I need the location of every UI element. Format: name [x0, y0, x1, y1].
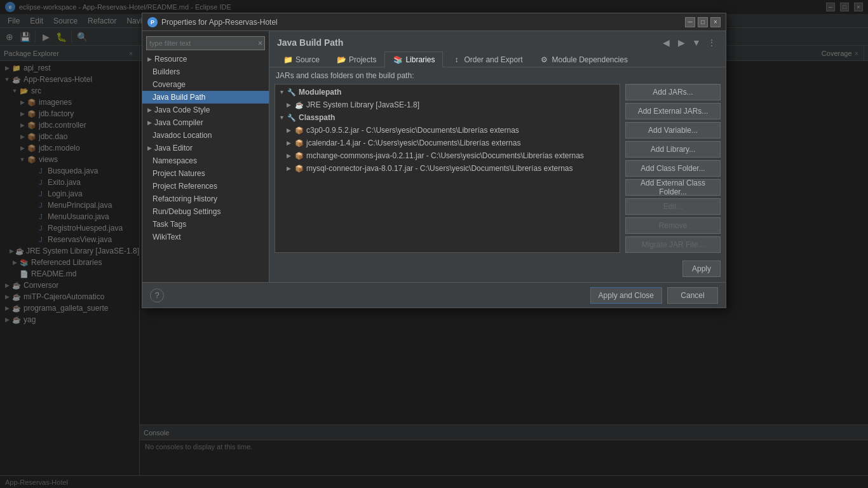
dialog-titlebar: P Properties for App-Reservas-Hotel ─ □ … — [142, 13, 726, 31]
add-class-folder-btn[interactable]: Add Class Folder... — [625, 160, 721, 177]
nav-label-task-tags: Task Tags — [153, 220, 186, 229]
apply-btn[interactable]: Apply — [682, 261, 721, 277]
tab-libraries-icon: 📚 — [393, 55, 403, 65]
dialog-maximize-btn[interactable]: □ — [698, 17, 708, 27]
jcalendar-icon: 📦 — [294, 138, 304, 148]
nav-item-javadoc-location[interactable]: Javadoc Location — [142, 129, 269, 142]
tab-order-export[interactable]: ↕ Order and Export — [443, 51, 531, 67]
dialog-footer: ? Apply and Close Cancel — [142, 282, 726, 308]
nav-label-project-natures: Project Natures — [153, 169, 205, 178]
dialog-close-btn[interactable]: × — [710, 17, 721, 27]
add-variable-btn[interactable]: Add Variable... — [625, 122, 721, 139]
build-tree-jre[interactable]: ▶ ☕ JRE System Library [JavaSE-1.8] — [284, 98, 618, 111]
nav-label-run-debug: Run/Debug Settings — [153, 207, 220, 216]
nav-label-resource: Resource — [154, 55, 187, 64]
nav-arrow-java-editor: ▶ — [147, 145, 152, 151]
tab-projects-label: Projects — [349, 55, 376, 64]
tab-projects[interactable]: 📂 Projects — [328, 51, 384, 67]
nav-item-java-compiler[interactable]: ▶ Java Compiler — [142, 116, 269, 129]
dialog-search[interactable]: × — [146, 36, 265, 50]
nav-more-btn[interactable]: ⋮ — [705, 36, 718, 49]
remove-btn[interactable]: Remove — [625, 217, 721, 234]
c3p0-label: c3p0-0.9.5.2.jar - C:\Users\yesic\Docume… — [306, 126, 519, 135]
dialog-right-content: Java Build Path ◀ ▶ ▼ ⋮ 📁 Source — [269, 31, 726, 282]
dialog-search-input[interactable] — [146, 36, 265, 50]
mysql-label: mysql-connector-java-8.0.17.jar - C:\Use… — [306, 164, 573, 173]
jcalendar-arrow: ▶ — [287, 140, 294, 146]
modulepath-label: Modulepath — [299, 88, 341, 97]
build-path-main: ▼ 🔧 Modulepath ▶ ☕ JRE System Library [J… — [269, 84, 726, 258]
build-tree-mysql[interactable]: ▶ 📦 mysql-connector-java-8.0.17.jar - C:… — [284, 162, 618, 175]
nav-arrow-java-compiler: ▶ — [147, 119, 152, 126]
nav-label-namespaces: Namespaces — [153, 156, 197, 165]
nav-item-refactoring-history[interactable]: Refactoring History — [142, 193, 269, 205]
build-tree-mchange[interactable]: ▶ 📦 mchange-commons-java-0.2.11.jar - C:… — [284, 149, 618, 162]
add-external-class-folder-btn[interactable]: Add External Class Folder... — [625, 179, 721, 196]
dialog-search-clear-icon[interactable]: × — [258, 39, 262, 48]
add-jars-btn[interactable]: Add JARs... — [625, 84, 721, 100]
nav-forward-btn[interactable]: ▶ — [675, 36, 688, 49]
jre-arrow: ▶ — [287, 102, 294, 108]
dialog-icon: P — [147, 17, 158, 27]
nav-label-java-editor: Java Editor — [154, 144, 193, 152]
build-tree-jcalendar[interactable]: ▶ 📦 jcalendar-1.4.jar - C:\Users\yesic\D… — [284, 137, 618, 149]
nav-item-task-tags[interactable]: Task Tags — [142, 218, 269, 231]
build-tree-modulepath[interactable]: ▼ 🔧 Modulepath — [276, 86, 618, 98]
tab-order-label: Order and Export — [464, 55, 522, 64]
dialog-titlebar-controls: ─ □ × — [685, 17, 721, 27]
nav-item-coverage[interactable]: Coverage — [142, 78, 269, 91]
mchange-arrow: ▶ — [287, 152, 294, 159]
nav-label-refactoring-history: Refactoring History — [153, 194, 217, 203]
nav-item-java-code-style[interactable]: ▶ Java Code Style — [142, 104, 269, 116]
nav-item-project-references[interactable]: Project References — [142, 180, 269, 193]
add-library-btn[interactable]: Add Library... — [625, 141, 721, 158]
nav-item-java-editor[interactable]: ▶ Java Editor — [142, 142, 269, 154]
dialog-body: × ▶ Resource Builders Coverage Java Buil… — [142, 31, 726, 282]
nav-item-builders[interactable]: Builders — [142, 65, 269, 78]
modulepath-arrow: ▼ — [279, 89, 287, 95]
nav-label-builders: Builders — [153, 67, 180, 76]
migrate-jar-btn[interactable]: Migrate JAR File... — [625, 236, 721, 253]
nav-item-java-build-path[interactable]: Java Build Path — [142, 91, 269, 104]
nav-item-run-debug[interactable]: Run/Debug Settings — [142, 205, 269, 218]
tab-source[interactable]: 📁 Source — [275, 51, 328, 67]
jcalendar-label: jcalendar-1.4.jar - C:\Users\yesic\Docum… — [306, 139, 520, 147]
dialog-minimize-btn[interactable]: ─ — [685, 17, 695, 27]
dialog-nav: × ▶ Resource Builders Coverage Java Buil… — [142, 31, 269, 282]
nav-item-wikitext[interactable]: WikiText — [142, 231, 269, 243]
mysql-arrow: ▶ — [287, 165, 294, 172]
build-path-info: JARs and class folders on the build path… — [269, 67, 726, 84]
dialog-content-title: Java Build Path — [277, 37, 343, 48]
tab-source-label: Source — [295, 55, 320, 64]
tab-source-icon: 📁 — [283, 55, 293, 65]
c3p0-arrow: ▶ — [287, 127, 294, 133]
build-tree-c3p0[interactable]: ▶ 📦 c3p0-0.9.5.2.jar - C:\Users\yesic\Do… — [284, 124, 618, 137]
build-tree-classpath[interactable]: ▼ 🔧 Classpath — [276, 111, 618, 124]
nav-label-java-compiler: Java Compiler — [154, 118, 203, 127]
edit-btn[interactable]: Edit... — [625, 198, 721, 215]
properties-dialog: P Properties for App-Reservas-Hotel ─ □ … — [142, 13, 726, 308]
cancel-btn[interactable]: Cancel — [667, 287, 718, 304]
nav-back-btn[interactable]: ◀ — [660, 36, 672, 49]
build-tree-panel[interactable]: ▼ 🔧 Modulepath ▶ ☕ JRE System Library [J… — [275, 84, 620, 253]
nav-label-coverage: Coverage — [153, 80, 186, 89]
tab-order-icon: ↕ — [451, 55, 461, 65]
help-icon[interactable]: ? — [150, 288, 164, 302]
dialog-overlay: P Properties for App-Reservas-Hotel ─ □ … — [0, 0, 868, 488]
tab-libraries-label: Libraries — [405, 55, 435, 64]
modulepath-icon: 🔧 — [287, 87, 297, 97]
nav-item-resource[interactable]: ▶ Resource — [142, 53, 269, 65]
nav-menu-btn[interactable]: ▼ — [690, 36, 703, 49]
nav-item-namespaces[interactable]: Namespaces — [142, 154, 269, 167]
nav-arrow-resource: ▶ — [147, 56, 152, 62]
apply-close-btn[interactable]: Apply and Close — [590, 287, 662, 304]
nav-label-java-build-path: Java Build Path — [153, 93, 205, 102]
tab-libraries[interactable]: 📚 Libraries — [384, 51, 443, 67]
dialog-content-header: Java Build Path ◀ ▶ ▼ ⋮ — [269, 31, 726, 51]
nav-item-project-natures[interactable]: Project Natures — [142, 167, 269, 180]
tab-module-label: Module Dependencies — [552, 55, 627, 64]
dialog-nav-arrows: ◀ ▶ ▼ ⋮ — [660, 36, 718, 49]
tab-module-deps[interactable]: ⚙ Module Dependencies — [531, 51, 635, 67]
jre-icon: ☕ — [294, 100, 304, 110]
add-external-jars-btn[interactable]: Add External JARs... — [625, 103, 721, 119]
